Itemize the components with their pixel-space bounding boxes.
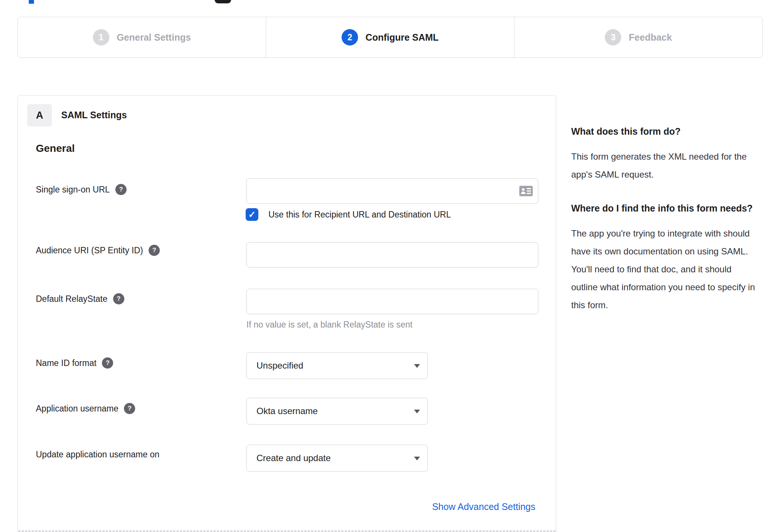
step-2-label: Configure SAML	[365, 32, 439, 43]
sso-url-input[interactable]	[246, 178, 538, 204]
application-username-help-icon[interactable]: ?	[124, 403, 135, 414]
audience-uri-help-icon[interactable]: ?	[149, 245, 160, 256]
recipient-url-checkbox-row[interactable]: ✓ Use this for Recipient URL and Destina…	[246, 208, 451, 221]
step-2-circle: 2	[342, 29, 358, 46]
update-app-username-select[interactable]: Create and update	[246, 445, 428, 472]
step-general-settings[interactable]: 1 General Settings	[18, 17, 266, 57]
default-relaystate-label: Default RelayState ?	[36, 293, 124, 304]
step-1-label: General Settings	[117, 32, 191, 43]
cutoff-badge-fragment	[215, 0, 231, 3]
step-feedback[interactable]: 3 Feedback	[514, 17, 762, 57]
sidebar-q1-heading: What does this form do?	[571, 123, 760, 140]
step-3-circle: 3	[605, 29, 621, 46]
application-username-value: Okta username	[256, 406, 318, 416]
sso-url-label: Single sign-on URL ?	[36, 184, 127, 195]
section-title: SAML Settings	[61, 110, 127, 121]
cutoff-logo-fragment	[29, 0, 34, 4]
sso-url-help-icon[interactable]: ?	[115, 184, 127, 195]
saml-settings-panel: A SAML Settings General Single sign-on U…	[18, 95, 556, 532]
name-id-format-value: Unspecified	[256, 360, 303, 371]
default-relaystate-input[interactable]	[246, 289, 538, 314]
check-icon: ✓	[248, 209, 256, 220]
general-group-heading: General	[36, 143, 75, 154]
show-advanced-settings-link[interactable]: Show Advanced Settings	[432, 501, 535, 512]
application-username-label: Application username ?	[36, 403, 135, 414]
sidebar-q2-body: The app you're trying to integrate with …	[571, 225, 760, 314]
sidebar-q1-body: This form generates the XML needed for t…	[571, 148, 760, 184]
sidebar-q2-heading: Where do I find the info this form needs…	[571, 200, 760, 216]
default-relaystate-help-icon[interactable]: ?	[113, 293, 124, 304]
recipient-url-checkbox-label: Use this for Recipient URL and Destinati…	[268, 210, 451, 220]
default-relaystate-hint: If no value is set, a blank RelayState i…	[246, 320, 413, 330]
section-a-badge: A	[27, 104, 52, 126]
sso-url-input-wrap	[246, 178, 538, 204]
caret-down-icon	[414, 410, 420, 413]
help-sidebar: What does this form do? This form genera…	[571, 123, 760, 331]
step-1-circle: 1	[93, 29, 109, 46]
wizard-stepper: 1 General Settings 2 Configure SAML 3 Fe…	[18, 17, 763, 58]
audience-uri-input[interactable]	[246, 242, 538, 267]
name-id-format-help-icon[interactable]: ?	[102, 357, 113, 369]
name-id-format-select[interactable]: Unspecified	[246, 352, 428, 379]
step-3-label: Feedback	[629, 32, 672, 43]
caret-down-icon	[414, 364, 420, 368]
section-dashed-divider	[18, 531, 556, 532]
recipient-url-checkbox[interactable]: ✓	[246, 208, 258, 221]
audience-uri-label: Audience URI (SP Entity ID) ?	[36, 245, 160, 256]
step-configure-saml[interactable]: 2 Configure SAML	[266, 17, 514, 57]
name-id-format-label: Name ID format ?	[36, 357, 113, 369]
update-app-username-label: Update application username on	[36, 450, 159, 460]
application-username-select[interactable]: Okta username	[246, 398, 428, 425]
caret-down-icon	[414, 457, 420, 460]
update-app-username-value: Create and update	[256, 453, 331, 463]
